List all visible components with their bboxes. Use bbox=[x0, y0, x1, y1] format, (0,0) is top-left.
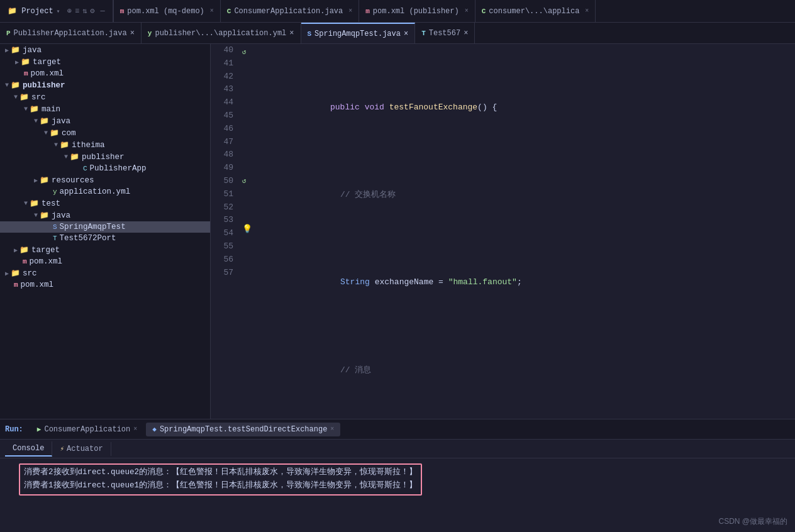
bottom-tab-spring[interactable]: ◆ SpringAmqpTest.testSendDirectExchange … bbox=[146, 423, 340, 436]
tab-pom-pub[interactable]: m pom.xml (publisher) × bbox=[359, 0, 475, 22]
item-label: application.yml bbox=[60, 187, 131, 196]
tab-label: publisher\...\application.yml bbox=[155, 29, 286, 38]
arrow-icon: ▶ bbox=[34, 177, 38, 184]
folder-icon: 📁 bbox=[19, 92, 29, 102]
tab-consumer-app2[interactable]: C consumer\...\applica × bbox=[475, 0, 596, 22]
folder-icon: 📁 bbox=[40, 175, 49, 185]
close-icon[interactable]: × bbox=[133, 426, 137, 433]
bottom-tab-consumer[interactable]: ▶ ConsumerApplication × bbox=[31, 423, 143, 436]
gutter-spacer bbox=[241, 253, 256, 270]
sidebar-item-pom[interactable]: m pom.xml bbox=[0, 68, 210, 79]
sidebar-item-target[interactable]: ▶ 📁 target bbox=[0, 56, 210, 68]
item-label: com bbox=[62, 129, 76, 138]
j-icon: T bbox=[421, 30, 426, 37]
folder-icon: 📁 bbox=[21, 57, 30, 67]
arrow-icon: ▼ bbox=[64, 153, 68, 160]
close-icon[interactable]: × bbox=[330, 426, 334, 433]
j-icon: C bbox=[482, 8, 486, 15]
sidebar-item-publisher2[interactable]: ▼ 📁 publisher bbox=[0, 151, 210, 163]
sidebar-item-test[interactable]: ▼ 📁 test bbox=[0, 197, 210, 209]
sidebar-item-pom2[interactable]: m pom.xml bbox=[0, 256, 210, 267]
folder-icon: 📁 bbox=[60, 140, 69, 150]
item-label: pom.xml bbox=[21, 280, 54, 289]
item-label: target bbox=[31, 246, 60, 255]
arrow-icon: ▼ bbox=[24, 106, 28, 113]
item-label: src bbox=[23, 269, 37, 278]
top-tabbar: 📁 Project ▾ ⊕ ≡ ⇅ ⚙ — m pom.xml (mq-demo… bbox=[0, 0, 795, 23]
code-editor: 40 41 42 43 44 45 46 47 48 49 50 51 52 5… bbox=[211, 44, 795, 419]
run-tab-actuator[interactable]: ⚡ Actuator bbox=[52, 442, 111, 456]
sidebar-item-com[interactable]: ▼ 📁 com bbox=[0, 127, 210, 139]
item-label: java bbox=[23, 46, 42, 55]
tab-publisher-yml[interactable]: y publisher\...\application.yml × bbox=[142, 23, 301, 43]
item-label: src bbox=[31, 93, 46, 102]
arrow-icon: ▼ bbox=[44, 130, 48, 136]
arrow-icon: ▶ bbox=[5, 270, 9, 277]
tab-consumer-app[interactable]: C ConsumerApplication.java × bbox=[221, 0, 359, 22]
sidebar-item-test5672[interactable]: T Test5672Port bbox=[0, 233, 210, 244]
item-label: pom.xml bbox=[30, 257, 63, 266]
close-icon[interactable]: × bbox=[404, 30, 408, 38]
project-tab[interactable]: 📁 Project ▾ ⊕ ≡ ⇅ ⚙ — bbox=[0, 0, 113, 22]
project-label: 📁 Project bbox=[8, 6, 53, 16]
sidebar-item-publisherapp[interactable]: C PublisherApp bbox=[0, 163, 210, 174]
sidebar-item-java3[interactable]: ▼ 📁 java bbox=[0, 209, 210, 221]
close-icon[interactable]: × bbox=[464, 29, 468, 38]
arrow-icon: ▼ bbox=[34, 212, 38, 219]
tab-spring-amqp[interactable]: S SpringAmqpTest.java × bbox=[301, 23, 416, 43]
arrow-icon: ▶ bbox=[14, 247, 18, 254]
sidebar-item-pom3[interactable]: m pom.xml bbox=[0, 279, 210, 291]
sidebar-item-resources[interactable]: ▶ 📁 resources bbox=[0, 174, 210, 186]
arrow-icon: ▼ bbox=[24, 200, 28, 207]
sidebar-item-src[interactable]: ▼ 📁 src bbox=[0, 91, 210, 103]
folder-icon: 📁 bbox=[40, 116, 49, 126]
sidebar-item-main[interactable]: ▼ 📁 main bbox=[0, 103, 210, 115]
item-label: resources bbox=[52, 176, 94, 185]
close-icon[interactable]: × bbox=[465, 8, 469, 14]
close-icon[interactable]: × bbox=[289, 29, 294, 38]
sidebar-item-java[interactable]: ▶ 📁 java bbox=[0, 44, 210, 56]
tab-test5672[interactable]: T Test567 × bbox=[415, 23, 475, 43]
tab-label: Console bbox=[13, 444, 44, 453]
sidebar: ▶ 📁 java ▶ 📁 target m pom.xml ▼ 📁 publis… bbox=[0, 44, 211, 419]
actuator-icon: ⚡ bbox=[60, 445, 64, 453]
gutter-spacer bbox=[241, 189, 256, 205]
close-icon[interactable]: × bbox=[210, 8, 214, 14]
tab-pom-mq[interactable]: m pom.xml (mq-demo) × bbox=[114, 0, 221, 22]
console-output: 消费者2接收到direct.queue2的消息：【红色警报！日本乱排核废水，导致… bbox=[0, 458, 795, 532]
folder-icon: 📁 bbox=[50, 128, 59, 138]
gutter-spacer bbox=[241, 141, 256, 157]
item-label: test bbox=[42, 199, 60, 208]
close-icon[interactable]: × bbox=[348, 8, 352, 14]
sidebar-item-publisher[interactable]: ▼ 📁 publisher bbox=[0, 79, 210, 91]
folder-icon: 📁 bbox=[30, 104, 39, 114]
item-label: SpringAmqpTest bbox=[60, 223, 126, 231]
run-tab-console[interactable]: Console bbox=[5, 441, 52, 457]
tab-label: SpringAmqpTest.java bbox=[314, 30, 401, 38]
arrow-icon: ▼ bbox=[14, 94, 18, 101]
sidebar-item-itheima[interactable]: ▼ 📁 itheima bbox=[0, 139, 210, 151]
gutter-marker-48: ↺ bbox=[241, 173, 256, 189]
sidebar-item-src2[interactable]: ▶ 📁 src bbox=[0, 267, 210, 279]
gutter-spacer bbox=[241, 108, 256, 125]
sidebar-item-target2[interactable]: ▶ 📁 target bbox=[0, 244, 210, 256]
gutter-spacer bbox=[241, 125, 256, 141]
gutter-spacer bbox=[241, 60, 256, 77]
s-file-icon: S bbox=[53, 223, 57, 231]
line-numbers: 40 41 42 43 44 45 46 47 48 49 50 51 52 5… bbox=[211, 44, 241, 419]
item-label: publisher bbox=[23, 81, 65, 90]
tab-publisher-app[interactable]: P PublisherApplication.java × bbox=[0, 23, 142, 43]
arrow-icon: ▼ bbox=[5, 82, 9, 89]
tab-label: consumer\...\applica bbox=[489, 7, 579, 16]
folder-icon: 📁 bbox=[11, 269, 20, 278]
sidebar-item-java2[interactable]: ▼ 📁 java bbox=[0, 115, 210, 127]
close-icon[interactable]: × bbox=[130, 29, 135, 38]
console-highlight-box: 消费者2接收到direct.queue2的消息：【红色警报！日本乱排核废水，导致… bbox=[19, 463, 422, 496]
sidebar-item-appyml[interactable]: y application.yml bbox=[0, 186, 210, 197]
arrow-icon: ▶ bbox=[15, 58, 19, 66]
code-line-41: // 交换机名称 bbox=[261, 171, 790, 219]
gutter-spacer bbox=[241, 157, 256, 173]
sidebar-item-springamqp[interactable]: S SpringAmqpTest bbox=[0, 221, 210, 233]
close-icon[interactable]: × bbox=[585, 8, 589, 14]
arrow-icon: ▼ bbox=[54, 141, 58, 148]
